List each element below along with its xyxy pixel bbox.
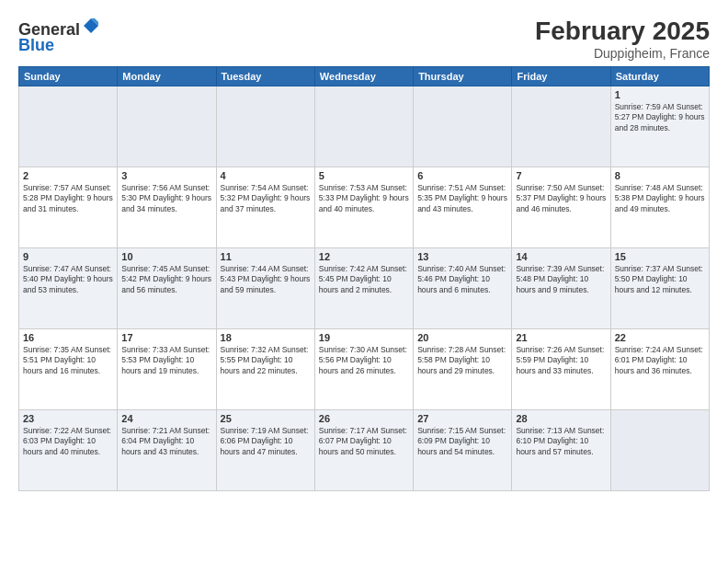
day-info: Sunrise: 7:30 AM Sunset: 5:56 PM Dayligh… [319, 345, 409, 376]
calendar-week-0: 1Sunrise: 7:59 AM Sunset: 5:27 PM Daylig… [19, 86, 710, 167]
day-info: Sunrise: 7:39 AM Sunset: 5:48 PM Dayligh… [516, 264, 606, 295]
calendar-cell: 1Sunrise: 7:59 AM Sunset: 5:27 PM Daylig… [610, 86, 709, 167]
day-info: Sunrise: 7:21 AM Sunset: 6:04 PM Dayligh… [121, 426, 211, 457]
day-info: Sunrise: 7:40 AM Sunset: 5:46 PM Dayligh… [417, 264, 507, 295]
day-info: Sunrise: 7:45 AM Sunset: 5:42 PM Dayligh… [121, 264, 211, 295]
month-title: February 2025 [535, 17, 710, 46]
day-number: 18 [221, 332, 311, 343]
day-number: 14 [516, 251, 606, 262]
calendar-cell: 13Sunrise: 7:40 AM Sunset: 5:46 PM Dayli… [414, 248, 512, 329]
calendar-cell: 7Sunrise: 7:50 AM Sunset: 5:37 PM Daylig… [512, 167, 610, 248]
calendar-cell: 24Sunrise: 7:21 AM Sunset: 6:04 PM Dayli… [118, 410, 216, 491]
calendar-cell: 18Sunrise: 7:32 AM Sunset: 5:55 PM Dayli… [216, 329, 314, 410]
calendar-cell [314, 86, 413, 167]
day-number: 23 [23, 413, 113, 424]
day-info: Sunrise: 7:33 AM Sunset: 5:53 PM Dayligh… [121, 345, 211, 376]
logo: General Blue [18, 17, 100, 55]
day-number: 12 [319, 251, 409, 262]
calendar-cell [118, 86, 216, 167]
day-info: Sunrise: 7:22 AM Sunset: 6:03 PM Dayligh… [23, 426, 113, 457]
calendar-cell: 5Sunrise: 7:53 AM Sunset: 5:33 PM Daylig… [314, 167, 413, 248]
day-info: Sunrise: 7:47 AM Sunset: 5:40 PM Dayligh… [23, 264, 113, 295]
weekday-header-friday: Friday [512, 67, 610, 86]
day-number: 24 [121, 413, 211, 424]
calendar-cell: 16Sunrise: 7:35 AM Sunset: 5:51 PM Dayli… [19, 329, 118, 410]
day-number: 1 [615, 89, 705, 100]
calendar-cell: 2Sunrise: 7:57 AM Sunset: 5:28 PM Daylig… [19, 167, 118, 248]
calendar-header-row: SundayMondayTuesdayWednesdayThursdayFrid… [19, 67, 710, 86]
day-info: Sunrise: 7:42 AM Sunset: 5:45 PM Dayligh… [319, 264, 409, 295]
day-info: Sunrise: 7:59 AM Sunset: 5:27 PM Dayligh… [615, 102, 705, 133]
day-info: Sunrise: 7:37 AM Sunset: 5:50 PM Dayligh… [615, 264, 705, 295]
day-number: 13 [417, 251, 507, 262]
calendar-cell: 3Sunrise: 7:56 AM Sunset: 5:30 PM Daylig… [118, 167, 216, 248]
day-number: 28 [516, 413, 606, 424]
day-info: Sunrise: 7:57 AM Sunset: 5:28 PM Dayligh… [23, 183, 113, 214]
day-info: Sunrise: 7:44 AM Sunset: 5:43 PM Dayligh… [221, 264, 311, 295]
header: General Blue February 2025 Duppigheim, F… [18, 17, 710, 61]
calendar-cell: 6Sunrise: 7:51 AM Sunset: 5:35 PM Daylig… [414, 167, 512, 248]
day-number: 3 [121, 170, 211, 181]
day-number: 20 [417, 332, 507, 343]
calendar-cell: 25Sunrise: 7:19 AM Sunset: 6:06 PM Dayli… [216, 410, 314, 491]
calendar-cell: 17Sunrise: 7:33 AM Sunset: 5:53 PM Dayli… [118, 329, 216, 410]
day-number: 11 [221, 251, 311, 262]
day-info: Sunrise: 7:54 AM Sunset: 5:32 PM Dayligh… [221, 183, 311, 214]
page: General Blue February 2025 Duppigheim, F… [0, 0, 728, 563]
calendar-cell [19, 86, 118, 167]
calendar-cell: 27Sunrise: 7:15 AM Sunset: 6:09 PM Dayli… [414, 410, 512, 491]
day-number: 8 [615, 170, 705, 181]
day-number: 21 [516, 332, 606, 343]
day-info: Sunrise: 7:51 AM Sunset: 5:35 PM Dayligh… [417, 183, 507, 214]
calendar-cell: 8Sunrise: 7:48 AM Sunset: 5:38 PM Daylig… [610, 167, 709, 248]
day-info: Sunrise: 7:19 AM Sunset: 6:06 PM Dayligh… [221, 426, 311, 457]
day-info: Sunrise: 7:48 AM Sunset: 5:38 PM Dayligh… [615, 183, 705, 214]
day-number: 5 [319, 170, 409, 181]
day-info: Sunrise: 7:26 AM Sunset: 5:59 PM Dayligh… [516, 345, 606, 376]
day-number: 15 [615, 251, 705, 262]
calendar-cell: 12Sunrise: 7:42 AM Sunset: 5:45 PM Dayli… [314, 248, 413, 329]
day-number: 25 [221, 413, 311, 424]
calendar-cell: 20Sunrise: 7:28 AM Sunset: 5:58 PM Dayli… [414, 329, 512, 410]
calendar-cell [414, 86, 512, 167]
day-info: Sunrise: 7:50 AM Sunset: 5:37 PM Dayligh… [516, 183, 606, 214]
day-number: 19 [319, 332, 409, 343]
calendar-week-3: 16Sunrise: 7:35 AM Sunset: 5:51 PM Dayli… [19, 329, 710, 410]
calendar-cell: 23Sunrise: 7:22 AM Sunset: 6:03 PM Dayli… [19, 410, 118, 491]
day-info: Sunrise: 7:17 AM Sunset: 6:07 PM Dayligh… [319, 426, 409, 457]
weekday-header-wednesday: Wednesday [314, 67, 413, 86]
day-number: 4 [221, 170, 311, 181]
day-info: Sunrise: 7:35 AM Sunset: 5:51 PM Dayligh… [23, 345, 113, 376]
logo-icon [82, 17, 100, 35]
location: Duppigheim, France [535, 46, 710, 61]
title-block: February 2025 Duppigheim, France [535, 17, 710, 61]
calendar-cell: 28Sunrise: 7:13 AM Sunset: 6:10 PM Dayli… [512, 410, 610, 491]
day-info: Sunrise: 7:32 AM Sunset: 5:55 PM Dayligh… [221, 345, 311, 376]
calendar-cell: 4Sunrise: 7:54 AM Sunset: 5:32 PM Daylig… [216, 167, 314, 248]
calendar-cell: 9Sunrise: 7:47 AM Sunset: 5:40 PM Daylig… [19, 248, 118, 329]
calendar-cell: 19Sunrise: 7:30 AM Sunset: 5:56 PM Dayli… [314, 329, 413, 410]
day-number: 16 [23, 332, 113, 343]
day-info: Sunrise: 7:13 AM Sunset: 6:10 PM Dayligh… [516, 426, 606, 457]
day-number: 22 [615, 332, 705, 343]
calendar-cell: 14Sunrise: 7:39 AM Sunset: 5:48 PM Dayli… [512, 248, 610, 329]
day-number: 6 [417, 170, 507, 181]
calendar-cell: 10Sunrise: 7:45 AM Sunset: 5:42 PM Dayli… [118, 248, 216, 329]
weekday-header-monday: Monday [118, 67, 216, 86]
day-info: Sunrise: 7:56 AM Sunset: 5:30 PM Dayligh… [121, 183, 211, 214]
calendar-cell [216, 86, 314, 167]
day-number: 10 [121, 251, 211, 262]
calendar-cell: 11Sunrise: 7:44 AM Sunset: 5:43 PM Dayli… [216, 248, 314, 329]
day-info: Sunrise: 7:15 AM Sunset: 6:09 PM Dayligh… [417, 426, 507, 457]
day-number: 2 [23, 170, 113, 181]
calendar-cell: 15Sunrise: 7:37 AM Sunset: 5:50 PM Dayli… [610, 248, 709, 329]
calendar-week-1: 2Sunrise: 7:57 AM Sunset: 5:28 PM Daylig… [19, 167, 710, 248]
weekday-header-saturday: Saturday [610, 67, 709, 86]
weekday-header-thursday: Thursday [414, 67, 512, 86]
calendar-cell: 26Sunrise: 7:17 AM Sunset: 6:07 PM Dayli… [314, 410, 413, 491]
calendar-cell [512, 86, 610, 167]
calendar-week-2: 9Sunrise: 7:47 AM Sunset: 5:40 PM Daylig… [19, 248, 710, 329]
calendar-cell [610, 410, 709, 491]
weekday-header-sunday: Sunday [19, 67, 118, 86]
calendar: SundayMondayTuesdayWednesdayThursdayFrid… [18, 66, 710, 491]
